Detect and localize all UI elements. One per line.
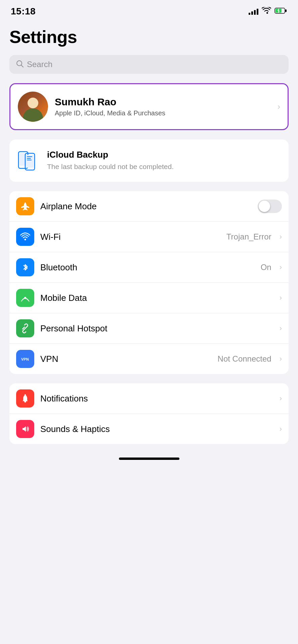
icloud-backup-card[interactable]: iCloud Backup The last backup could not … [9,140,289,182]
network-settings-group: Airplane Mode Wi-Fi Trojan_Error › [9,191,289,374]
bluetooth-icon [16,258,34,276]
mobile-data-chevron: › [280,293,282,302]
wifi-value: Trojan_Error [226,232,271,241]
sounds-label: Sounds & Haptics [40,424,273,434]
home-indicator [119,458,179,460]
notifications-chevron: › [280,394,282,403]
status-bar: 15:18 [0,0,298,20]
profile-subtitle: Apple ID, iCloud, Media & Purchases [55,109,271,117]
wifi-row[interactable]: Wi-Fi Trojan_Error › [9,222,289,252]
svg-rect-9 [19,153,27,166]
svg-rect-14 [27,160,32,160]
battery-icon [274,7,287,15]
sounds-row[interactable]: Sounds & Haptics › [9,414,289,444]
svg-rect-13 [27,158,31,159]
page-title: Settings [9,27,289,47]
status-icons [249,7,287,16]
bluetooth-chevron: › [280,263,282,272]
main-content: Settings Search Sumukh Rao Apple ID, iCl… [0,20,298,444]
airplane-mode-row[interactable]: Airplane Mode [9,191,289,222]
notifications-label: Notifications [40,393,273,404]
profile-card[interactable]: Sumukh Rao Apple ID, iCloud, Media & Pur… [9,83,289,130]
svg-rect-19 [25,394,26,395]
avatar [18,92,48,122]
search-bar[interactable]: Search [9,55,289,74]
sounds-icon [16,420,34,438]
wifi-label: Wi-Fi [40,232,220,242]
notifications-row[interactable]: Notifications › [9,383,289,414]
signal-icon [249,8,258,15]
wifi-status-icon [262,7,271,16]
hotspot-row[interactable]: Personal Hotspot › [9,313,289,344]
search-icon [16,60,24,69]
vpn-value: Not Connected [218,354,271,364]
icloud-backup-title: iCloud Backup [47,150,281,160]
hotspot-icon [16,319,34,337]
vpn-chevron: › [280,355,282,363]
svg-rect-12 [27,156,32,157]
vpn-label: VPN [40,354,212,364]
search-placeholder: Search [27,60,52,69]
profile-name: Sumukh Rao [55,96,271,108]
svg-line-7 [21,65,23,67]
mobile-data-row[interactable]: Mobile Data › [9,283,289,313]
bluetooth-row[interactable]: Bluetooth On › [9,252,289,283]
mobile-data-label: Mobile Data [40,293,273,303]
svg-rect-1 [285,9,287,12]
profile-chevron: › [278,102,280,111]
bluetooth-label: Bluetooth [40,262,255,273]
svg-text:VPN: VPN [21,357,29,361]
notifications-settings-group: Notifications › Sounds & Haptics › [9,383,289,444]
mobile-data-icon [16,289,34,307]
icloud-icon [17,148,40,173]
hotspot-chevron: › [280,324,282,333]
vpn-icon: VPN [16,350,34,368]
wifi-icon [16,228,34,246]
icloud-backup-subtitle: The last backup could not be completed. [47,162,281,171]
profile-info: Sumukh Rao Apple ID, iCloud, Media & Pur… [55,96,271,117]
wifi-chevron: › [280,232,282,241]
notifications-icon [16,389,34,408]
hotspot-label: Personal Hotspot [40,323,273,334]
vpn-row[interactable]: VPN VPN Not Connected › [9,344,289,374]
status-time: 15:18 [11,6,36,17]
airplane-mode-label: Airplane Mode [40,201,252,212]
icloud-text: iCloud Backup The last backup could not … [47,150,281,171]
airplane-mode-icon [16,197,34,215]
airplane-mode-toggle[interactable] [258,200,282,213]
svg-line-17 [24,327,26,329]
sounds-chevron: › [280,425,282,433]
bluetooth-value: On [261,263,271,272]
svg-point-15 [25,239,26,240]
